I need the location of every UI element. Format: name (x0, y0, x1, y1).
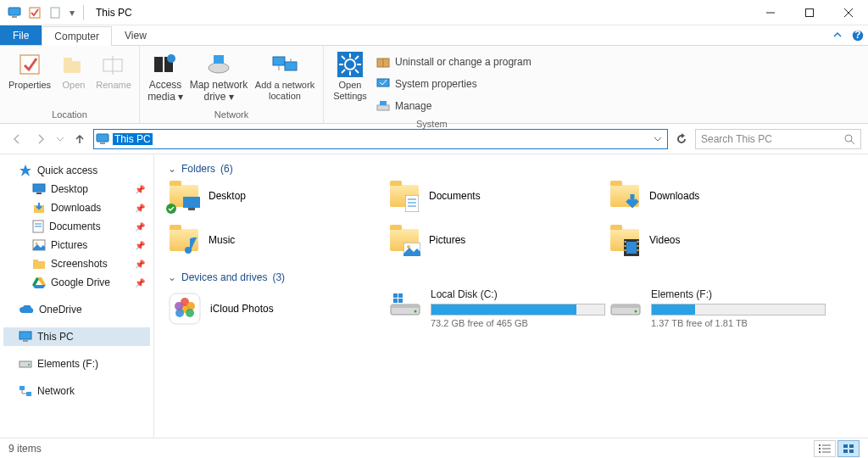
svg-rect-92 (393, 293, 398, 298)
drive-icloud-photos[interactable]: iCloud Photos (168, 288, 388, 328)
view-details-button[interactable] (814, 440, 836, 457)
disk-manage-icon (376, 99, 390, 113)
tree-onedrive[interactable]: OneDrive (3, 300, 150, 319)
star-icon (19, 164, 32, 177)
recent-locations-button[interactable] (54, 129, 66, 149)
folder-pictures[interactable]: Pictures (388, 224, 609, 256)
svg-point-88 (175, 302, 183, 310)
tab-view[interactable]: View (112, 25, 159, 45)
svg-rect-97 (611, 304, 640, 308)
map-network-drive-button[interactable]: Map network drive ▾ (187, 49, 250, 105)
svg-rect-5 (806, 8, 814, 16)
svg-rect-102 (819, 444, 821, 446)
section-drives[interactable]: ⌄ Devices and drives (3) (168, 271, 854, 283)
pin-icon: 📌 (135, 185, 145, 194)
chevron-down-icon: ⌄ (168, 163, 176, 175)
rename-button[interactable]: Rename (93, 49, 134, 92)
folder-documents[interactable]: Documents (388, 180, 609, 212)
svg-rect-1 (12, 16, 17, 18)
tree-screenshots[interactable]: Screenshots📌 (3, 254, 150, 273)
documents-folder-icon (388, 180, 420, 212)
svg-rect-73 (626, 242, 637, 254)
pin-icon: 📌 (135, 278, 145, 288)
icloud-photos-icon (168, 292, 202, 326)
gdrive-icon (32, 276, 46, 288)
maximize-button[interactable] (790, 0, 829, 25)
this-pc-icon[interactable] (5, 3, 24, 22)
dropdown-arrow-icon: ▾ (178, 91, 183, 103)
folder-desktop[interactable]: Desktop (168, 180, 388, 212)
qat-customize-icon[interactable]: ▾ (66, 3, 78, 22)
svg-rect-95 (398, 299, 403, 303)
back-button[interactable] (7, 129, 27, 149)
tree-pictures[interactable]: Pictures📌 (3, 236, 150, 254)
tree-quick-access[interactable]: Quick access (3, 161, 150, 180)
qat-properties-icon[interactable] (25, 3, 44, 22)
svg-rect-93 (398, 293, 403, 298)
window-title: This PC (96, 7, 132, 19)
pin-icon: 📌 (135, 260, 145, 269)
uninstall-program-button[interactable]: Uninstall or change a program (373, 53, 535, 71)
close-button[interactable] (829, 0, 868, 25)
svg-rect-3 (51, 8, 59, 18)
svg-rect-108 (849, 450, 854, 453)
tree-google-drive[interactable]: Google Drive📌 (3, 273, 150, 292)
svg-rect-80 (637, 245, 639, 247)
address-bar[interactable]: This PC (93, 129, 668, 149)
tree-network[interactable]: Network (3, 382, 150, 400)
svg-rect-81 (637, 249, 639, 251)
svg-rect-107 (843, 450, 848, 453)
tree-desktop[interactable]: Desktop📌 (3, 180, 150, 198)
drive-local-c[interactable]: Local Disk (C:) 73.2 GB free of 465 GB (388, 288, 609, 328)
folder-downloads[interactable]: Downloads (609, 180, 829, 212)
folder-videos[interactable]: Videos (609, 224, 829, 256)
quick-access-toolbar: ▾ (0, 3, 87, 22)
this-pc-icon (96, 133, 109, 145)
search-icon (843, 133, 855, 145)
svg-rect-58 (23, 340, 28, 342)
tree-documents[interactable]: Documents📌 (3, 217, 150, 236)
address-dropdown-icon[interactable] (650, 130, 665, 148)
minimize-button[interactable] (751, 0, 790, 25)
section-folders[interactable]: ⌄ Folders (6) (168, 163, 854, 175)
folder-music[interactable]: Music (168, 224, 388, 256)
pin-icon: 📌 (135, 222, 145, 232)
tree-elements-drive[interactable]: Elements (F:) (3, 355, 150, 373)
open-settings-button[interactable]: Open Settings (329, 49, 371, 103)
qat-separator (83, 5, 84, 20)
svg-rect-53 (33, 260, 38, 262)
forward-button[interactable] (31, 129, 51, 149)
access-media-button[interactable]: Access media ▾ (145, 49, 186, 105)
up-button[interactable] (70, 129, 90, 149)
qat-new-icon[interactable] (46, 3, 64, 22)
system-properties-button[interactable]: System properties (373, 75, 535, 93)
manage-button[interactable]: Manage (373, 97, 535, 115)
search-input[interactable] (701, 133, 838, 145)
refresh-button[interactable] (671, 129, 692, 149)
svg-rect-44 (33, 184, 45, 192)
add-network-location-button[interactable]: Add a network location (252, 49, 318, 103)
drive-elements-f[interactable]: Elements (F:) 1.37 TB free of 1.81 TB (609, 288, 829, 328)
open-button[interactable]: Open (56, 49, 92, 92)
network-icon (19, 385, 32, 397)
tab-computer[interactable]: Computer (42, 26, 112, 46)
videos-folder-icon (609, 224, 641, 256)
tree-downloads[interactable]: Downloads📌 (3, 198, 150, 217)
collapse-ribbon-icon[interactable] (827, 25, 848, 45)
tab-file[interactable]: File (0, 25, 42, 45)
properties-button[interactable]: Properties (5, 49, 54, 92)
svg-rect-61 (19, 386, 25, 390)
help-icon[interactable]: ? (848, 25, 868, 45)
svg-point-51 (36, 243, 38, 245)
tree-this-pc[interactable]: This PC (3, 327, 150, 346)
search-box[interactable] (695, 129, 861, 149)
hard-drive-icon (609, 288, 643, 322)
downloads-icon (32, 201, 46, 215)
svg-marker-55 (32, 277, 39, 285)
view-large-icons-button[interactable] (837, 440, 860, 457)
svg-rect-59 (19, 361, 31, 367)
svg-point-98 (635, 310, 637, 313)
svg-rect-57 (19, 332, 31, 339)
status-bar: 9 items (0, 438, 868, 458)
svg-marker-56 (32, 285, 46, 288)
